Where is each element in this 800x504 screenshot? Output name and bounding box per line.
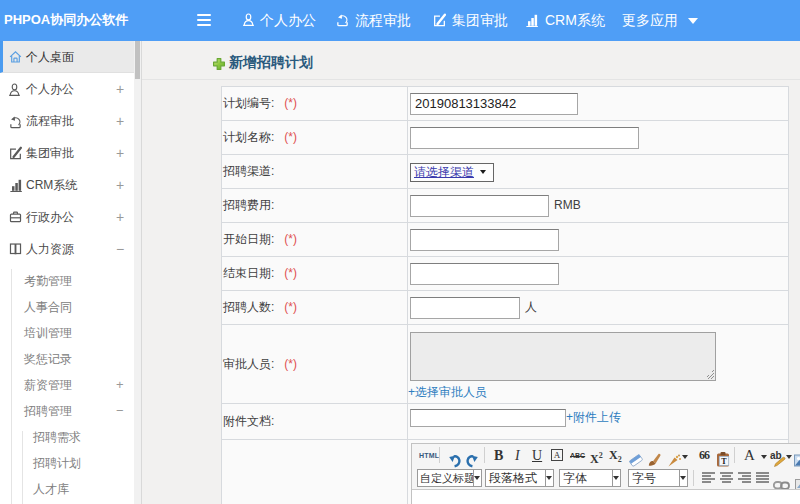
svg-text:T: T [721,457,727,466]
